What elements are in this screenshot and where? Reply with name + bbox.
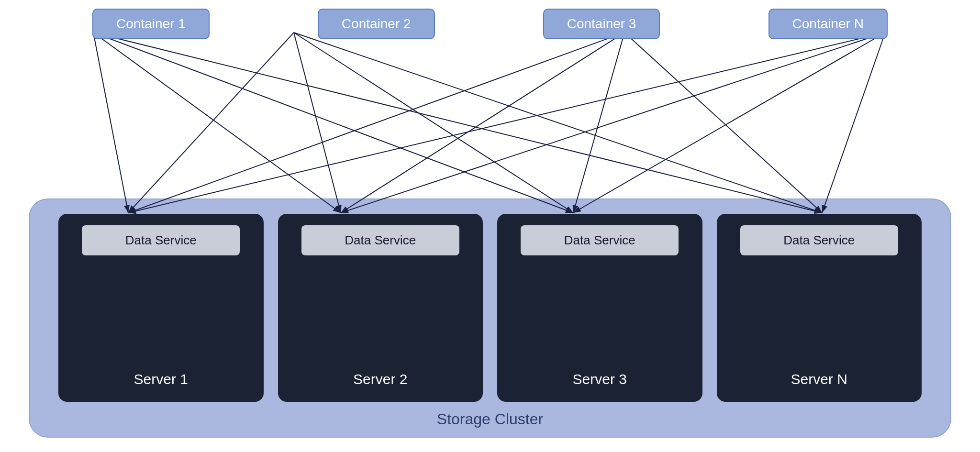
container-1-box: Container 1 [92, 9, 210, 39]
svg-line-4 [93, 33, 822, 213]
server-2-label: Server 2 [353, 371, 407, 387]
storage-cluster: Data Service Server 1 Data Service Serve… [29, 198, 951, 438]
svg-line-3 [93, 33, 573, 213]
container-n-box: Container N [768, 9, 888, 39]
data-service-2-label: Data Service [345, 233, 416, 247]
server-2-box: Data Service Server 2 [278, 214, 483, 402]
svg-line-2 [93, 33, 341, 213]
server-1-label: Server 1 [134, 371, 188, 387]
diagram-wrapper: Container 1 Container 2 Container 3 Cont… [0, 0, 980, 452]
data-service-n-label: Data Service [783, 233, 855, 247]
container-3-label: Container 3 [567, 16, 636, 31]
svg-line-14 [341, 33, 885, 213]
server-3-box: Data Service Server 3 [497, 214, 702, 402]
container-n-label: Container N [792, 16, 864, 31]
container-2-label: Container 2 [342, 16, 411, 31]
data-service-1-box: Data Service [82, 225, 240, 255]
container-2-box: Container 2 [318, 9, 435, 39]
data-service-3-box: Data Service [521, 225, 679, 255]
svg-line-16 [822, 33, 885, 213]
servers-row: Data Service Server 1 Data Service Serve… [30, 199, 950, 407]
container-1-label: Container 1 [116, 16, 186, 31]
svg-line-10 [341, 33, 624, 213]
svg-line-7 [294, 33, 573, 213]
server-3-label: Server 3 [573, 371, 627, 387]
data-service-3-label: Data Service [564, 233, 635, 247]
svg-line-9 [128, 33, 624, 213]
svg-line-5 [128, 33, 294, 213]
container-3-box: Container 3 [543, 9, 660, 39]
data-service-2-box: Data Service [301, 225, 459, 255]
data-service-1-label: Data Service [125, 233, 197, 247]
containers-row: Container 1 Container 2 Container 3 Cont… [0, 9, 980, 39]
svg-line-11 [573, 33, 624, 213]
server-n-box: Data Service Server N [717, 214, 922, 402]
storage-cluster-label: Storage Cluster [437, 410, 543, 428]
server-n-label: Server N [791, 371, 847, 387]
data-service-n-box: Data Service [740, 225, 898, 255]
svg-line-13 [128, 33, 885, 213]
svg-line-8 [294, 33, 822, 213]
svg-line-15 [573, 33, 885, 213]
server-1-box: Data Service Server 1 [58, 214, 264, 402]
svg-line-1 [93, 33, 128, 213]
svg-line-12 [624, 33, 822, 213]
svg-line-6 [294, 33, 341, 213]
